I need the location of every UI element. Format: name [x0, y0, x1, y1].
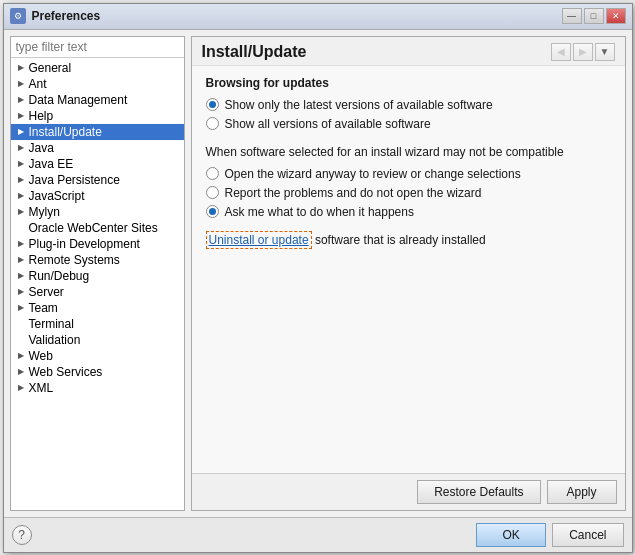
sidebar-item-xml[interactable]: ▶XML: [11, 380, 184, 396]
incompatible-section-title: When software selected for an install wi…: [206, 145, 611, 159]
sidebar-item-javascript[interactable]: ▶JavaScript: [11, 188, 184, 204]
radio-label-report-problems: Report the problems and do not open the …: [225, 186, 482, 200]
tree-label-javascript: JavaScript: [29, 189, 85, 203]
forward-button[interactable]: ▶: [573, 43, 593, 61]
tree-arrow-team: ▶: [15, 302, 27, 314]
tree-label-help: Help: [29, 109, 54, 123]
uninstall-link[interactable]: Uninstall or update: [206, 231, 312, 249]
tree-label-remote-systems: Remote Systems: [29, 253, 120, 267]
radio-circle-report-problems: [206, 186, 219, 199]
sidebar-item-java[interactable]: ▶Java: [11, 140, 184, 156]
bottom-bar: Restore Defaults Apply: [192, 473, 625, 510]
tree-arrow-server: ▶: [15, 286, 27, 298]
tree-label-java-persistence: Java Persistence: [29, 173, 120, 187]
sidebar-item-general[interactable]: ▶General: [11, 60, 184, 76]
nav-buttons: ◀ ▶ ▼: [551, 43, 615, 61]
tree-label-oracle-webcenter: Oracle WebCenter Sites: [29, 221, 158, 235]
window-title: Preferences: [32, 9, 562, 23]
radio-item-show-all[interactable]: Show all versions of available software: [206, 117, 611, 131]
sidebar-item-team[interactable]: ▶Team: [11, 300, 184, 316]
incompatible-radio-group: Open the wizard anyway to review or chan…: [206, 167, 611, 219]
tree-label-validation: Validation: [29, 333, 81, 347]
radio-label-show-all: Show all versions of available software: [225, 117, 431, 131]
tree-arrow-data-management: ▶: [15, 94, 27, 106]
sidebar-item-mylyn[interactable]: ▶Mylyn: [11, 204, 184, 220]
sidebar-item-java-persistence[interactable]: ▶Java Persistence: [11, 172, 184, 188]
browsing-section-title: Browsing for updates: [206, 76, 611, 90]
sidebar-item-data-management[interactable]: ▶Data Management: [11, 92, 184, 108]
right-header: Install/Update ◀ ▶ ▼: [192, 37, 625, 66]
tree-label-web-services: Web Services: [29, 365, 103, 379]
sidebar-item-web-services[interactable]: ▶Web Services: [11, 364, 184, 380]
panel-title: Install/Update: [202, 43, 307, 61]
tree-label-server: Server: [29, 285, 64, 299]
tree-arrow-remote-systems: ▶: [15, 254, 27, 266]
tree-arrow-web-services: ▶: [15, 366, 27, 378]
tree-label-data-management: Data Management: [29, 93, 128, 107]
close-button[interactable]: ✕: [606, 8, 626, 24]
radio-label-ask-me: Ask me what to do when it happens: [225, 205, 414, 219]
tree-label-mylyn: Mylyn: [29, 205, 60, 219]
filter-input[interactable]: [11, 37, 184, 58]
tree-arrow-validation: [15, 334, 27, 346]
back-button[interactable]: ◀: [551, 43, 571, 61]
nav-dropdown-button[interactable]: ▼: [595, 43, 615, 61]
sidebar-item-java-ee[interactable]: ▶Java EE: [11, 156, 184, 172]
radio-circle-latest-only: [206, 98, 219, 111]
ok-button[interactable]: OK: [476, 523, 546, 547]
tree-arrow-help: ▶: [15, 110, 27, 122]
radio-item-report-problems[interactable]: Report the problems and do not open the …: [206, 186, 611, 200]
minimize-button[interactable]: —: [562, 8, 582, 24]
content-area: ▶General▶Ant▶Data Management▶Help▶Instal…: [4, 30, 632, 517]
radio-circle-show-all: [206, 117, 219, 130]
tree-arrow-install-update: ▶: [15, 126, 27, 138]
sidebar-item-validation[interactable]: Validation: [11, 332, 184, 348]
sidebar-item-help[interactable]: ▶Help: [11, 108, 184, 124]
browsing-radio-group: Show only the latest versions of availab…: [206, 98, 611, 131]
tree-label-ant: Ant: [29, 77, 47, 91]
sidebar-item-plugin-dev[interactable]: ▶Plug-in Development: [11, 236, 184, 252]
sidebar-item-run-debug[interactable]: ▶Run/Debug: [11, 268, 184, 284]
radio-item-latest-only[interactable]: Show only the latest versions of availab…: [206, 98, 611, 112]
preferences-window: ⚙ Preferences — □ ✕ ▶General▶Ant▶Data Ma…: [3, 3, 633, 553]
radio-circle-ask-me: [206, 205, 219, 218]
tree-arrow-oracle-webcenter: [15, 222, 27, 234]
tree-arrow-java: ▶: [15, 142, 27, 154]
uninstall-suffix: software that is already installed: [312, 233, 486, 247]
title-bar: ⚙ Preferences — □ ✕: [4, 4, 632, 30]
tree-arrow-run-debug: ▶: [15, 270, 27, 282]
maximize-button[interactable]: □: [584, 8, 604, 24]
sidebar-item-oracle-webcenter[interactable]: Oracle WebCenter Sites: [11, 220, 184, 236]
tree-label-java: Java: [29, 141, 54, 155]
radio-label-open-anyway: Open the wizard anyway to review or chan…: [225, 167, 521, 181]
tree-label-plugin-dev: Plug-in Development: [29, 237, 140, 251]
radio-item-open-anyway[interactable]: Open the wizard anyway to review or chan…: [206, 167, 611, 181]
tree-arrow-plugin-dev: ▶: [15, 238, 27, 250]
window-icon: ⚙: [10, 8, 26, 24]
sidebar-item-remote-systems[interactable]: ▶Remote Systems: [11, 252, 184, 268]
tree-arrow-general: ▶: [15, 62, 27, 74]
sidebar-item-ant[interactable]: ▶Ant: [11, 76, 184, 92]
uninstall-line: Uninstall or update software that is alr…: [206, 233, 611, 247]
sidebar-item-terminal[interactable]: Terminal: [11, 316, 184, 332]
tree-label-xml: XML: [29, 381, 54, 395]
tree-label-terminal: Terminal: [29, 317, 74, 331]
radio-label-latest-only: Show only the latest versions of availab…: [225, 98, 493, 112]
cancel-button[interactable]: Cancel: [552, 523, 623, 547]
tree-label-install-update: Install/Update: [29, 125, 102, 139]
sidebar-item-web[interactable]: ▶Web: [11, 348, 184, 364]
tree-label-general: General: [29, 61, 72, 75]
sidebar-item-install-update[interactable]: ▶Install/Update: [11, 124, 184, 140]
right-panel: Install/Update ◀ ▶ ▼ Browsing for update…: [191, 36, 626, 511]
right-body: Browsing for updates Show only the lates…: [192, 66, 625, 473]
sidebar-item-server[interactable]: ▶Server: [11, 284, 184, 300]
restore-defaults-button[interactable]: Restore Defaults: [417, 480, 540, 504]
tree-arrow-javascript: ▶: [15, 190, 27, 202]
help-button[interactable]: ?: [12, 525, 32, 545]
tree-arrow-java-persistence: ▶: [15, 174, 27, 186]
tree-label-run-debug: Run/Debug: [29, 269, 90, 283]
tree-arrow-terminal: [15, 318, 27, 330]
apply-button[interactable]: Apply: [547, 480, 617, 504]
tree-label-web: Web: [29, 349, 53, 363]
radio-item-ask-me[interactable]: Ask me what to do when it happens: [206, 205, 611, 219]
